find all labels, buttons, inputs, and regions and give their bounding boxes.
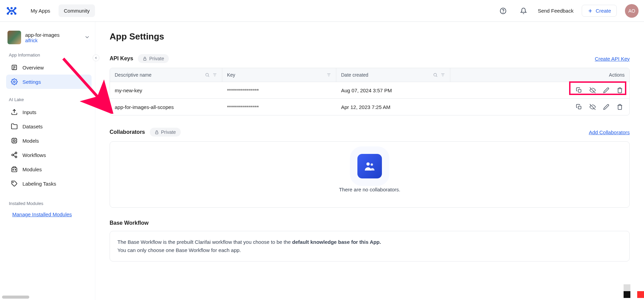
search-icon[interactable]: [433, 73, 438, 77]
sidebar-scrollbar[interactable]: [2, 296, 29, 299]
sidebar-item-label: Datasets: [22, 124, 43, 129]
copy-icon[interactable]: [574, 102, 584, 112]
column-header-key[interactable]: Key: [222, 68, 336, 82]
app-owner-link[interactable]: alfrick: [25, 38, 80, 43]
collaborators-empty-text: There are no collaborators.: [339, 187, 400, 192]
page-title: App Settings: [110, 31, 630, 42]
svg-point-1: [11, 7, 13, 9]
svg-rect-46: [578, 90, 581, 92]
svg-point-30: [15, 169, 16, 170]
svg-point-25: [15, 156, 17, 158]
app-name: app-for-images: [25, 32, 80, 38]
svg-point-33: [206, 73, 208, 76]
svg-point-49: [367, 162, 370, 166]
nav-community[interactable]: Community: [59, 4, 95, 17]
nav-my-apps[interactable]: My Apps: [25, 4, 56, 17]
decorative-squares: [624, 284, 644, 298]
cell-date: Aug 07, 2024 3:57 PM: [336, 82, 450, 98]
section-installed-modules: Installed Modules: [6, 198, 92, 209]
search-icon[interactable]: [205, 73, 210, 77]
svg-line-42: [436, 76, 437, 77]
add-collaborators-link[interactable]: Add Collaborators: [589, 129, 630, 135]
lock-icon: [143, 57, 147, 61]
sidebar-item-label: Modules: [22, 167, 42, 172]
column-header-date[interactable]: Date created: [336, 68, 450, 82]
sidebar-item-label: Settings: [22, 79, 41, 85]
svg-point-24: [12, 154, 14, 156]
filter-icon[interactable]: [440, 73, 445, 77]
app-logo[interactable]: [5, 5, 18, 17]
sidebar-item-settings[interactable]: Settings: [6, 75, 92, 89]
delete-icon[interactable]: [615, 85, 625, 95]
api-keys-table: Descriptive name Key Date created Action…: [110, 68, 630, 115]
cell-key: ****************: [222, 99, 336, 115]
create-api-key-link[interactable]: Create API Key: [595, 56, 630, 62]
svg-point-23: [15, 152, 17, 154]
svg-rect-48: [156, 132, 158, 133]
section-ai-lake: AI Lake: [6, 94, 92, 105]
svg-line-26: [13, 153, 15, 154]
sidebar-item-label: Overview: [22, 65, 44, 70]
table-row: my-new-key **************** Aug 07, 2024…: [110, 82, 629, 98]
filter-icon[interactable]: [212, 73, 217, 77]
app-thumbnail: [7, 31, 21, 44]
base-workflow-title: Base Workflow: [110, 220, 148, 226]
sidebar-collapse-button[interactable]: [93, 54, 99, 61]
user-avatar[interactable]: AO: [625, 4, 639, 18]
api-keys-title: API Keys: [110, 56, 133, 62]
section-app-info: App Information: [6, 49, 92, 60]
collaborators-empty-state: There are no collaborators.: [110, 141, 630, 208]
manage-modules-link[interactable]: Manage Installed Modules: [6, 209, 92, 220]
delete-icon[interactable]: [615, 102, 625, 112]
sidebar-item-inputs[interactable]: Inputs: [6, 105, 92, 119]
sidebar-item-datasets[interactable]: Datasets: [6, 119, 92, 133]
cell-key: ****************: [222, 82, 336, 98]
private-badge: Private: [138, 54, 169, 63]
app-switcher-chevron[interactable]: [84, 34, 90, 41]
notifications-icon[interactable]: [517, 5, 530, 17]
sidebar-item-label: Inputs: [22, 109, 36, 115]
collaborators-icon: [357, 154, 382, 178]
base-workflow-description: The Base Workflow is the prebuilt Clarif…: [110, 231, 630, 262]
svg-point-41: [434, 73, 436, 76]
send-feedback-link[interactable]: Send Feedback: [538, 8, 574, 14]
visibility-off-icon[interactable]: [588, 85, 597, 95]
svg-line-34: [208, 76, 209, 77]
svg-point-7: [503, 12, 503, 12]
sidebar-item-overview[interactable]: Overview: [6, 60, 92, 75]
visibility-off-icon[interactable]: [588, 102, 597, 112]
svg-point-29: [13, 169, 14, 170]
column-header-name[interactable]: Descriptive name: [110, 68, 222, 82]
sidebar-item-label: Labeling Tasks: [22, 181, 56, 187]
sidebar-item-workflows[interactable]: Workflows: [6, 148, 92, 162]
svg-line-27: [13, 155, 15, 156]
column-header-actions: Actions: [450, 68, 629, 82]
svg-rect-32: [144, 58, 146, 60]
main-content: App Settings API Keys Private Create API…: [95, 22, 644, 300]
create-button[interactable]: Create: [582, 5, 617, 17]
svg-point-4: [11, 12, 13, 14]
edit-icon[interactable]: [601, 85, 611, 95]
filter-icon[interactable]: [326, 73, 331, 77]
svg-rect-47: [578, 106, 581, 109]
table-row: app-for-images-all-scopes **************…: [110, 98, 629, 115]
cell-name: my-new-key: [110, 82, 222, 98]
sidebar-item-models[interactable]: Models: [6, 133, 92, 148]
sidebar-item-modules[interactable]: Modules: [6, 162, 92, 176]
svg-point-50: [371, 163, 373, 166]
sidebar-item-label: Models: [22, 138, 39, 144]
cell-name: app-for-images-all-scopes: [110, 99, 222, 115]
svg-point-31: [13, 182, 13, 183]
edit-icon[interactable]: [601, 102, 611, 112]
svg-point-12: [14, 81, 15, 83]
private-badge: Private: [150, 128, 181, 137]
copy-icon[interactable]: [574, 85, 584, 95]
collaborators-title: Collaborators: [110, 129, 145, 135]
help-icon[interactable]: [497, 5, 509, 17]
sidebar: app-for-images alfrick App Information O…: [0, 22, 95, 300]
sidebar-item-label: Workflows: [22, 152, 46, 158]
sidebar-item-labeling[interactable]: Labeling Tasks: [6, 176, 92, 191]
cell-date: Apr 12, 2023 7:25 AM: [336, 99, 450, 115]
create-button-label: Create: [596, 8, 611, 14]
lock-icon: [155, 130, 159, 135]
